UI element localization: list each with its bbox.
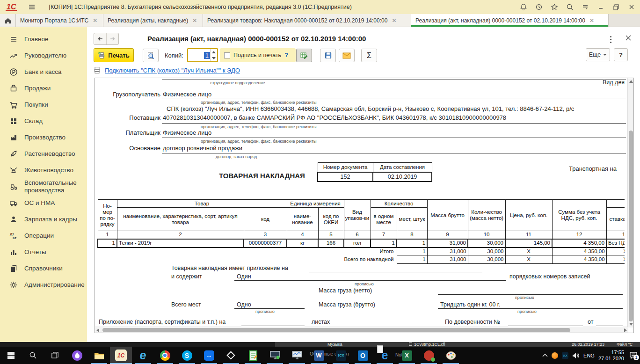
1c-taskbar-icon[interactable]: 1С (110, 347, 132, 364)
bell-icon[interactable] (516, 0, 531, 14)
tab-realization-doc[interactable]: Реализация товаров: Накладная 0000-00015… (203, 14, 411, 27)
back-button[interactable] (94, 33, 106, 44)
basis-label: Основание (95, 145, 160, 152)
sum-button[interactable]: Σ (361, 49, 377, 62)
form-close-icon[interactable] (625, 35, 632, 41)
3cx-tray-icon[interactable]: 3CX (562, 352, 568, 359)
sidebar-item-spravochniki[interactable]: Справочники (0, 260, 87, 277)
tab-realization-list[interactable]: Реализация (акты, накладные)✕ (103, 14, 203, 27)
sidebar-item-rukovoditelyu[interactable]: Руководителю (0, 47, 87, 64)
sidebar-item-zhivotnovodstvo[interactable]: Животноводство (0, 162, 87, 178)
avast-tray-icon[interactable] (552, 352, 558, 359)
excel-icon[interactable]: X (396, 347, 418, 364)
save-button[interactable] (320, 49, 336, 62)
close-icon[interactable] (624, 0, 639, 14)
sidebar-item-operacii[interactable]: ДтКтОперации (0, 227, 87, 244)
more-button[interactable]: Еще (586, 48, 610, 61)
minimize-icon[interactable] (593, 0, 608, 14)
goods-table[interactable]: Но-мер по по-рядку Товар Единица измерен… (97, 199, 625, 265)
sidebar-item-administrirovanie[interactable]: Администрирование (0, 277, 87, 293)
sign-print-checkbox[interactable] (224, 52, 230, 58)
cell-rate: Без НДС (606, 239, 625, 248)
sign-print-help[interactable]: ? (284, 52, 288, 58)
col-header-code: код (244, 208, 287, 231)
chrome-icon[interactable] (154, 347, 176, 364)
forward-button[interactable] (106, 33, 118, 44)
sidebar-item-zarplata[interactable]: Зарплата и кадры (0, 211, 87, 227)
records-suffix: порядковых номеров записей (509, 273, 590, 280)
3cx-icon[interactable]: 3CX (330, 347, 352, 364)
outlook-icon[interactable]: O (352, 347, 374, 364)
sidebar-item-rastenievodstvo[interactable]: Растениеводство (0, 146, 87, 162)
scroll-down-icon[interactable] (629, 323, 633, 326)
search-icon[interactable] (562, 0, 577, 14)
col-header-gross: Масса брутто (427, 200, 468, 231)
table-settings-button[interactable] (296, 49, 312, 62)
scroll-right-icon[interactable] (624, 328, 627, 332)
tab-monitor-its[interactable]: Монитор Портала 1С:ИТС✕ (16, 14, 103, 27)
sidebar-item-bank-kassa[interactable]: Банк и касса (0, 64, 87, 80)
tray-expand-icon[interactable] (542, 353, 548, 358)
sidebar-item-prodazhi[interactable]: Продажи (0, 80, 87, 96)
print-preview-button[interactable] (143, 49, 159, 62)
copies-stepper[interactable] (210, 49, 217, 61)
print-form[interactable]: структурное подразделение Вид дея Грузоп… (95, 78, 634, 333)
tab-realization-print[interactable]: Реализация (акт, накладная) 0000-000152 … (411, 14, 609, 27)
file-explorer-icon[interactable] (88, 347, 110, 364)
step-down-icon[interactable] (212, 57, 216, 59)
sidebar-item-proizvodstvo[interactable]: Производство (0, 129, 87, 146)
word-icon[interactable]: W (308, 347, 330, 364)
tab-close-icon[interactable]: ✕ (392, 18, 396, 23)
history-icon[interactable] (531, 0, 546, 14)
help-button[interactable]: ? (614, 48, 628, 61)
vscroll-thumb[interactable] (629, 131, 633, 321)
gross-mass-value: Тридцать один кг. 00 г. (440, 301, 500, 308)
cell-code: 00000000377 (244, 239, 287, 248)
tab-close-icon[interactable]: ✕ (589, 18, 594, 23)
copies-input[interactable]: 1 (187, 48, 218, 62)
edo-link-row: Подключить "СПК (колхоз) "Луч Ильича"" к… (94, 66, 240, 74)
tab-close-icon[interactable]: ✕ (192, 18, 197, 23)
taskbar-clock[interactable]: 17:5527.01.2020 (598, 349, 624, 362)
paint-icon[interactable] (440, 347, 462, 364)
remote-pc-icon[interactable] (264, 347, 286, 364)
tab-close-icon[interactable]: ✕ (93, 18, 97, 23)
edo-connect-link[interactable]: Подключить "СПК (колхоз) "Луч Ильича"" к… (105, 67, 240, 74)
sidebar-item-os-nma[interactable]: ОС и НМА (0, 195, 87, 211)
action-center-icon[interactable]: 1 (630, 352, 637, 359)
notepad-icon[interactable] (242, 347, 264, 364)
teamviewer-icon[interactable]: ↔ (198, 347, 220, 364)
language-indicator[interactable]: ENG (583, 353, 595, 358)
home-tab[interactable] (0, 14, 16, 27)
restore-icon[interactable] (608, 0, 624, 14)
sidebar-item-pokupki[interactable]: Покупки (0, 96, 87, 113)
service-menu-icon[interactable] (577, 0, 593, 14)
skype-icon[interactable]: S (176, 347, 198, 364)
monitor-chart-icon[interactable] (286, 347, 308, 364)
task-view-button[interactable] (44, 347, 66, 364)
send-email-button[interactable] (339, 49, 355, 62)
scroll-left-icon[interactable] (96, 328, 99, 332)
hscroll-thumb[interactable] (102, 328, 570, 332)
favorites-star-icon[interactable] (546, 0, 562, 14)
sidebar-item-vspomogatelnye[interactable]: Вспомогательные производства (0, 178, 87, 195)
edo-docs-icon (94, 66, 101, 74)
volume-icon[interactable] (572, 352, 580, 359)
main-menu-hamburger-icon[interactable] (28, 3, 36, 11)
horizontal-scrollbar[interactable] (95, 327, 628, 333)
sidebar-item-glavnoe[interactable]: Главное (0, 31, 87, 47)
internet-explorer-icon[interactable]: e (132, 347, 154, 364)
taskbar-search-button[interactable] (22, 347, 44, 364)
start-button[interactable] (0, 347, 22, 364)
print-button[interactable]: Печать (94, 48, 134, 62)
more-commands-icon[interactable] (610, 36, 612, 44)
edge-icon[interactable]: e (374, 347, 396, 364)
scroll-up-icon[interactable] (629, 80, 633, 83)
yandex-disk-icon[interactable] (66, 347, 88, 364)
sidebar-item-otchety[interactable]: Отчеты (0, 244, 87, 260)
diamond-app-icon[interactable] (220, 347, 242, 364)
sidebar-item-sklad[interactable]: Склад (0, 113, 87, 129)
vertical-scrollbar[interactable] (627, 78, 633, 328)
red-app-icon[interactable] (418, 347, 440, 364)
step-up-icon[interactable] (212, 51, 216, 53)
